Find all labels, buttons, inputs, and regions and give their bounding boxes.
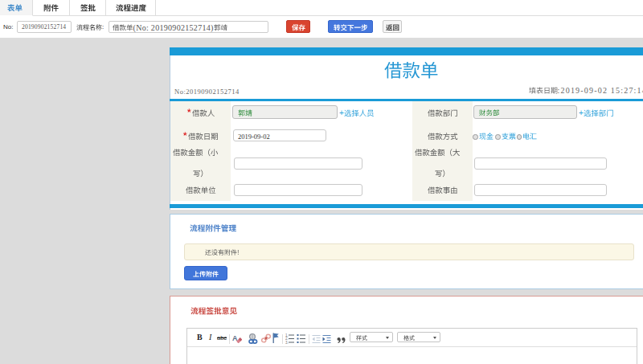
svg-text:3.: 3.: [285, 341, 289, 344]
